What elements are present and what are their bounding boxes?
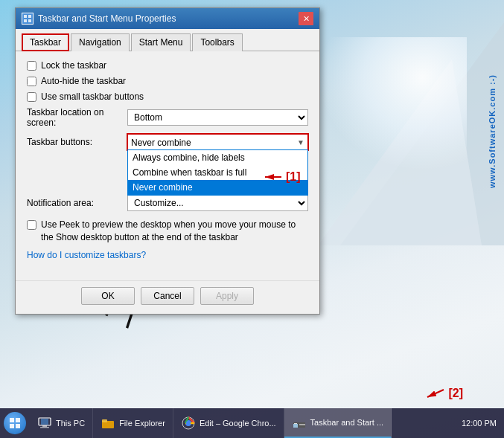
taskbar: This PC File Explorer Edit – Google Chro… — [0, 408, 504, 438]
file-explorer-label: File Explorer — [119, 419, 165, 428]
svg-rect-16 — [10, 418, 14, 422]
ok-button[interactable]: OK — [81, 287, 135, 305]
annotation-2: [2] — [423, 386, 463, 401]
small-buttons-checkbox[interactable] — [27, 92, 36, 102]
start-orb-icon — [4, 412, 26, 434]
dialog-window: Taskbar and Start Menu Properties ✕ Task… — [15, 7, 320, 315]
autohide-taskbar-row: Auto-hide the taskbar — [27, 76, 308, 86]
file-explorer-icon — [101, 416, 115, 431]
taskbar-item-taskbar-props[interactable]: Taskbar and Start ... — [284, 408, 392, 438]
small-buttons-row: Use small taskbar buttons — [27, 91, 308, 102]
svg-rect-18 — [10, 424, 14, 428]
svg-rect-10 — [24, 19, 27, 22]
buttons-row: Taskbar buttons: Never combine ▼ Always … — [27, 134, 308, 150]
close-button[interactable]: ✕ — [299, 12, 313, 25]
autohide-taskbar-checkbox[interactable] — [27, 77, 36, 86]
dialog-buttons-bar: OK Cancel Apply — [16, 280, 319, 314]
help-link[interactable]: How do I customize taskbars? — [27, 250, 308, 260]
buttons-label: Taskbar buttons: — [27, 137, 127, 147]
taskbar-item-file-explorer[interactable]: File Explorer — [93, 408, 173, 438]
taskbar-item-chrome[interactable]: Edit – Google Chro... — [173, 408, 284, 438]
svg-rect-21 — [41, 419, 48, 425]
start-button[interactable] — [0, 408, 30, 438]
mountain-snow — [318, 37, 467, 171]
dialog-titlebar: Taskbar and Start Menu Properties ✕ — [16, 8, 319, 29]
buttons-selected-text: Never combine — [131, 138, 191, 148]
svg-rect-17 — [16, 418, 20, 422]
location-select[interactable]: Bottom — [127, 109, 308, 126]
this-pc-icon — [37, 416, 52, 431]
tab-start-menu[interactable]: Start Menu — [131, 33, 191, 51]
notification-select[interactable]: Customize... — [127, 195, 308, 211]
lock-taskbar-label: Lock the taskbar — [41, 60, 106, 71]
buttons-dropdown-selected[interactable]: Never combine ▼ — [127, 134, 308, 150]
buttons-dropdown-container: Never combine ▼ Always combine, hide lab… — [127, 134, 308, 150]
lock-taskbar-row: Lock the taskbar — [27, 60, 308, 71]
svg-rect-11 — [28, 19, 31, 22]
dropdown-arrow-icon: ▼ — [297, 138, 304, 146]
location-label: Taskbar location on screen: — [27, 107, 127, 128]
apply-button[interactable]: Apply — [200, 287, 254, 305]
tabs-bar: Taskbar Navigation Start Menu Toolbars — [16, 29, 319, 51]
dialog-title-area: Taskbar and Start Menu Properties — [22, 13, 176, 25]
dialog-icon — [22, 13, 34, 25]
dropdown-option-always[interactable]: Always combine, hide labels — [128, 150, 307, 165]
chrome-icon — [181, 416, 196, 431]
notification-row: Notification area: Customize... — [27, 195, 308, 211]
svg-rect-30 — [293, 424, 298, 428]
svg-rect-23 — [40, 427, 49, 428]
location-row: Taskbar location on screen: Bottom — [27, 107, 308, 128]
cancel-button[interactable]: Cancel — [141, 287, 194, 305]
peek-checkbox[interactable] — [27, 220, 36, 230]
svg-rect-31 — [299, 424, 305, 425]
svg-rect-9 — [28, 15, 31, 18]
taskbar-props-icon — [292, 415, 307, 430]
peek-row: Use Peek to preview the desktop when you… — [27, 219, 308, 244]
annotation-2-label: [2] — [448, 387, 463, 400]
chrome-label: Edit – Google Chro... — [200, 419, 276, 428]
small-buttons-label: Use small taskbar buttons — [41, 91, 144, 102]
svg-rect-22 — [42, 425, 47, 427]
notification-label: Notification area: — [27, 198, 127, 208]
taskbar-right-area: 12:00 PM — [462, 419, 504, 428]
annotation-1: [1] — [261, 170, 301, 184]
taskbar-time: 12:00 PM — [462, 419, 497, 428]
annotation-1-label: [1] — [286, 170, 301, 184]
taskbar-item-this-pc[interactable]: This PC — [30, 408, 93, 438]
watermark-text: www.SoftwareOK.com :-) — [488, 74, 497, 188]
svg-line-15 — [427, 390, 444, 397]
this-pc-label: This PC — [56, 419, 85, 428]
taskbar-props-label: Taskbar and Start ... — [310, 418, 383, 427]
dialog-content: Lock the taskbar Auto-hide the taskbar U… — [16, 51, 319, 280]
tab-toolbars[interactable]: Toolbars — [192, 33, 242, 51]
tab-navigation[interactable]: Navigation — [71, 33, 130, 51]
svg-rect-25 — [102, 419, 107, 422]
peek-label: Use Peek to preview the desktop when you… — [41, 219, 308, 244]
lock-taskbar-checkbox[interactable] — [27, 61, 36, 71]
svg-point-28 — [186, 421, 191, 425]
svg-rect-32 — [294, 423, 297, 424]
svg-rect-19 — [16, 424, 20, 428]
dialog-title: Taskbar and Start Menu Properties — [38, 13, 176, 24]
svg-rect-8 — [24, 15, 27, 18]
autohide-taskbar-label: Auto-hide the taskbar — [41, 76, 126, 86]
tab-taskbar[interactable]: Taskbar — [22, 33, 69, 51]
peek-section: Use Peek to preview the desktop when you… — [27, 219, 308, 244]
